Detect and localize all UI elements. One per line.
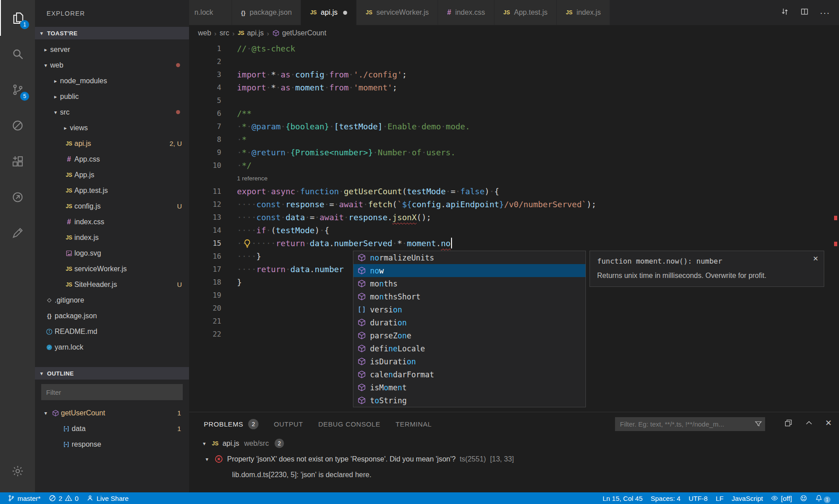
explorer-item[interactable]: JSApp.js [35, 167, 189, 183]
explorer-item[interactable]: .gitignore [35, 292, 189, 308]
split-editor-button[interactable] [800, 7, 809, 18]
suggestion-item[interactable]: toString [353, 394, 585, 407]
explorer-item[interactable]: logo.svg [35, 245, 189, 261]
breadcrumb-segment[interactable]: JSapi.js [238, 29, 264, 37]
status-language-mode[interactable]: JavaScript [727, 492, 767, 504]
status-eol[interactable]: LF [712, 492, 728, 504]
problem-row[interactable]: ▾Property 'jsonX' does not exist on type… [189, 451, 839, 467]
code-line[interactable]: 10·*/ [189, 159, 839, 172]
activity-debug-button[interactable] [0, 107, 35, 143]
code-line[interactable]: 15········return·data.numberServed·*·mom… [189, 237, 839, 250]
panel-tab[interactable]: DEBUG CONSOLE [318, 420, 380, 428]
suggestion-item[interactable]: defineLocale [353, 342, 585, 355]
maximize-panel-icon[interactable] [805, 418, 813, 428]
outline-item[interactable]: response [35, 436, 189, 452]
suggestion-item[interactable]: monthsShort [353, 290, 585, 303]
explorer-item[interactable]: README.md [35, 324, 189, 339]
explorer-item[interactable]: ▸public [35, 89, 189, 104]
activity-extensions-button[interactable] [0, 143, 35, 179]
code-line[interactable]: 7·*·@param·{boolean}·[testMode]·Enable·d… [189, 120, 839, 133]
close-icon[interactable]: ✕ [813, 255, 818, 263]
editor-tab[interactable]: #index.css [438, 0, 495, 25]
explorer-item[interactable]: yarn.lock [35, 339, 189, 355]
explorer-item[interactable]: ▾src [35, 104, 189, 120]
breadcrumb-segment[interactable]: web [198, 29, 211, 37]
outline-filter-input[interactable] [41, 384, 183, 400]
activity-settings-button[interactable] [0, 453, 35, 489]
suggestion-item[interactable]: isMoment [353, 381, 585, 394]
outline-section-header[interactable]: ▾ OUTLINE [35, 367, 189, 380]
activity-explorer-button[interactable]: 1 [0, 0, 35, 36]
activity-feedback-button[interactable] [0, 215, 35, 251]
explorer-item[interactable]: #index.css [35, 214, 189, 230]
status-cursor-position[interactable]: Ln 15, Col 45 [598, 492, 646, 504]
breadcrumb-segment[interactable]: getUserCount [272, 29, 327, 37]
problem-related-row[interactable]: lib.dom.d.ts[2230, 5]: 'json' is declare… [189, 467, 839, 483]
panel-tab[interactable]: OUTPUT [274, 420, 303, 428]
explorer-item[interactable]: JSSiteHeader.jsU [35, 277, 189, 292]
code-line[interactable]: 13····const·data·=·await·response.jsonX(… [189, 211, 839, 224]
panel-views-icon[interactable] [784, 418, 793, 428]
status-preview-toggle[interactable]: [off] [767, 492, 796, 504]
explorer-item[interactable]: #App.css [35, 151, 189, 167]
suggestion-item[interactable]: isDuration [353, 355, 585, 368]
panel-tab[interactable]: TERMINAL [396, 420, 432, 428]
panel-tab[interactable]: PROBLEMS2 [204, 419, 258, 429]
status-encoding[interactable]: UTF-8 [684, 492, 712, 504]
code-line[interactable]: 12····const·response·=·await·fetch(`${co… [189, 198, 839, 211]
explorer-item[interactable]: ▸views [35, 120, 189, 136]
status-problems-summary[interactable]: 20 [45, 492, 83, 504]
explorer-item[interactable]: {}package.json [35, 308, 189, 324]
explorer-item[interactable]: ▸server [35, 42, 189, 57]
explorer-section-header[interactable]: ▾ TOAST'RE [35, 27, 189, 39]
code-line[interactable]: 9·*·@return·{Promise<number>}·Number·of·… [189, 146, 839, 159]
editor-tab[interactable]: JSserviceWorker.js [357, 0, 438, 25]
breadcrumb-segment[interactable]: src [219, 29, 229, 37]
editor-tab[interactable]: {}package.json [232, 0, 301, 25]
explorer-item[interactable]: ▸node_modules [35, 73, 189, 89]
close-panel-icon[interactable]: ✕ [825, 418, 832, 428]
problems-file-row[interactable]: ▾JSapi.jsweb/src2 [189, 436, 839, 451]
suggestion-item[interactable]: parseZone [353, 329, 585, 342]
problems-filter-input[interactable] [615, 417, 765, 431]
editor-tab[interactable]: JSapi.js [301, 0, 357, 25]
code-line[interactable]: 11export·async·function·getUserCount(tes… [189, 185, 839, 198]
suggestion-item[interactable]: calendarFormat [353, 368, 585, 381]
code-line[interactable]: 14····if·(testMode)·{ [189, 224, 839, 237]
editor-tab[interactable]: n.lock [189, 0, 232, 25]
suggestion-item[interactable]: months [353, 277, 585, 290]
code-line[interactable]: 5 [189, 94, 839, 107]
explorer-item[interactable]: JSApp.test.js [35, 183, 189, 198]
suggestion-item[interactable]: version [353, 303, 585, 316]
explorer-item[interactable]: JSindex.js [35, 230, 189, 245]
outline-item[interactable]: ▾getUserCount1 [35, 405, 189, 421]
suggestion-item[interactable]: duration [353, 316, 585, 329]
more-actions-button[interactable]: ··· [820, 8, 830, 18]
explorer-item[interactable]: JSapi.js2, U [35, 136, 189, 151]
filter-funnel-icon[interactable] [755, 420, 762, 427]
code-line[interactable]: 8·* [189, 133, 839, 146]
code-line[interactable]: 6/** [189, 107, 839, 120]
status-notifications[interactable]: 1 [811, 492, 835, 504]
status-git-branch[interactable]: master* [4, 492, 45, 504]
status-feedback-smiley[interactable] [796, 492, 811, 504]
outline-item[interactable]: data1 [35, 421, 189, 436]
activity-search-button[interactable] [0, 36, 35, 72]
explorer-item[interactable]: JSconfig.jsU [35, 198, 189, 214]
code-lens[interactable]: 1 reference [189, 172, 839, 185]
editor-tab[interactable]: JSApp.test.js [495, 0, 557, 25]
explorer-item[interactable]: JSserviceWorker.js [35, 261, 189, 277]
suggestion-item[interactable]: normalizeUnits [353, 251, 585, 264]
activity-source-control-button[interactable]: 5 [0, 72, 35, 107]
explorer-item[interactable]: ▾web [35, 57, 189, 73]
status-indentation[interactable]: Spaces: 4 [646, 492, 684, 504]
code-line[interactable]: 4import·*·as·moment·from·'moment'; [189, 81, 839, 94]
code-line[interactable]: 2 [189, 55, 839, 68]
activity-live-share-button[interactable] [0, 179, 35, 215]
editor-tab[interactable]: JSindex.js [557, 0, 610, 25]
open-changes-button[interactable] [780, 7, 789, 18]
code-line[interactable]: 1//·@ts-check [189, 42, 839, 55]
status-live-share[interactable]: Live Share [82, 492, 133, 504]
code-line[interactable]: 3import·*·as·config·from·'./config'; [189, 68, 839, 81]
suggestion-item[interactable]: now [353, 264, 585, 277]
